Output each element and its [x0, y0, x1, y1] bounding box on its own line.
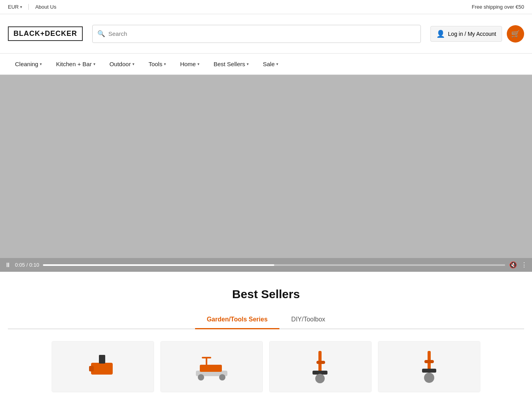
product-card-1[interactable] [52, 341, 154, 392]
free-shipping-banner: Free shipping over €50 [472, 4, 524, 10]
header-right: 👤 Log in / My Account 🛒 [430, 25, 524, 43]
video-time: 0:05 / 0:10 [15, 262, 39, 268]
about-us-link[interactable]: About Us [29, 4, 56, 10]
product-card-3[interactable] [269, 341, 372, 392]
tab-garden-tools-label: Garden/Tools Series [207, 316, 268, 323]
nav-bestsellers-chevron: ▾ [247, 62, 249, 66]
video-progress-bar[interactable] [43, 264, 505, 266]
nav-outdoor-label: Outdoor [110, 61, 131, 67]
search-icon: 🔍 [97, 30, 105, 37]
product-card-4[interactable] [378, 341, 480, 392]
product-card-2-inner [161, 341, 262, 392]
video-mute-button[interactable]: 🔇 [509, 261, 517, 269]
tab-diy-toolbox-label: DIY/Toolbox [291, 316, 325, 323]
nav-home-chevron: ▾ [197, 62, 199, 66]
video-more-button[interactable]: ⋮ [521, 261, 527, 269]
svg-rect-14 [422, 369, 436, 373]
svg-point-5 [219, 374, 225, 380]
currency-chevron: ▾ [20, 5, 22, 9]
hero-video: ⏸ 0:05 / 0:10 🔇 ⋮ [0, 75, 532, 272]
nav-sale-chevron: ▾ [276, 62, 278, 66]
nav-kitchen-chevron: ▾ [93, 62, 95, 66]
nav-item-cleaning[interactable]: Cleaning ▾ [8, 54, 49, 74]
cart-icon: 🛒 [511, 30, 520, 38]
nav-item-home[interactable]: Home ▾ [173, 54, 206, 74]
nav-home-label: Home [180, 61, 196, 67]
video-controls: ⏸ 0:05 / 0:10 🔇 ⋮ [0, 258, 532, 272]
video-placeholder [0, 75, 532, 272]
best-sellers-section: Best Sellers Garden/Tools Series DIY/Too… [0, 272, 532, 399]
nav-outdoor-chevron: ▾ [132, 62, 134, 66]
products-row [8, 341, 524, 392]
nav-cleaning-chevron: ▾ [40, 62, 42, 66]
best-sellers-title: Best Sellers [8, 288, 524, 301]
svg-point-11 [315, 374, 325, 383]
nav-item-kitchen[interactable]: Kitchen + Bar ▾ [49, 54, 102, 74]
svg-rect-8 [200, 365, 222, 372]
person-icon: 👤 [436, 30, 445, 38]
svg-rect-1 [89, 366, 94, 371]
product-card-3-inner [270, 341, 371, 392]
search-bar: 🔍 [92, 25, 421, 43]
currency-selector[interactable]: EUR ▾ [8, 4, 29, 10]
product-card-4-inner [378, 341, 480, 392]
login-label: Log in / My Account [448, 31, 496, 37]
product-card-1-inner [52, 341, 154, 392]
svg-point-15 [424, 373, 434, 383]
svg-rect-16 [424, 360, 434, 363]
svg-point-4 [198, 374, 204, 380]
main-nav: Cleaning ▾ Kitchen + Bar ▾ Outdoor ▾ Too… [0, 54, 532, 75]
product-image-1 [87, 351, 119, 382]
video-progress-fill [43, 264, 274, 266]
video-pause-button[interactable]: ⏸ [5, 262, 11, 269]
header: BLACK+DECKER 🔍 👤 Log in / My Account 🛒 [0, 14, 532, 54]
nav-tools-chevron: ▾ [164, 62, 166, 66]
svg-rect-7 [202, 357, 211, 358]
nav-item-bestsellers[interactable]: Best Sellers ▾ [206, 54, 256, 74]
nav-cleaning-label: Cleaning [15, 61, 38, 67]
svg-rect-0 [91, 363, 113, 375]
cart-button[interactable]: 🛒 [507, 25, 524, 43]
currency-label: EUR [8, 4, 19, 10]
login-button[interactable]: 👤 Log in / My Account [430, 26, 502, 42]
nav-kitchen-label: Kitchen + Bar [56, 61, 91, 67]
nav-bestsellers-label: Best Sellers [214, 61, 245, 67]
product-image-4 [413, 349, 445, 384]
tab-diy-toolbox[interactable]: DIY/Toolbox [279, 312, 337, 328]
svg-rect-12 [316, 361, 325, 364]
nav-sale-label: Sale [263, 61, 275, 67]
svg-rect-2 [99, 355, 105, 364]
nav-item-outdoor[interactable]: Outdoor ▾ [102, 54, 141, 74]
top-bar-left: EUR ▾ About Us [8, 4, 56, 10]
nav-tools-label: Tools [149, 61, 162, 67]
product-image-3 [305, 349, 336, 384]
tab-garden-tools[interactable]: Garden/Tools Series [195, 312, 279, 328]
search-input[interactable] [108, 30, 416, 37]
nav-item-sale[interactable]: Sale ▾ [256, 54, 285, 74]
nav-item-tools[interactable]: Tools ▾ [141, 54, 173, 74]
best-sellers-tabs: Garden/Tools Series DIY/Toolbox [8, 312, 524, 329]
top-bar: EUR ▾ About Us Free shipping over €50 [0, 0, 532, 14]
logo[interactable]: BLACK+DECKER [8, 26, 83, 41]
product-image-2 [194, 349, 229, 384]
product-card-2[interactable] [160, 341, 263, 392]
